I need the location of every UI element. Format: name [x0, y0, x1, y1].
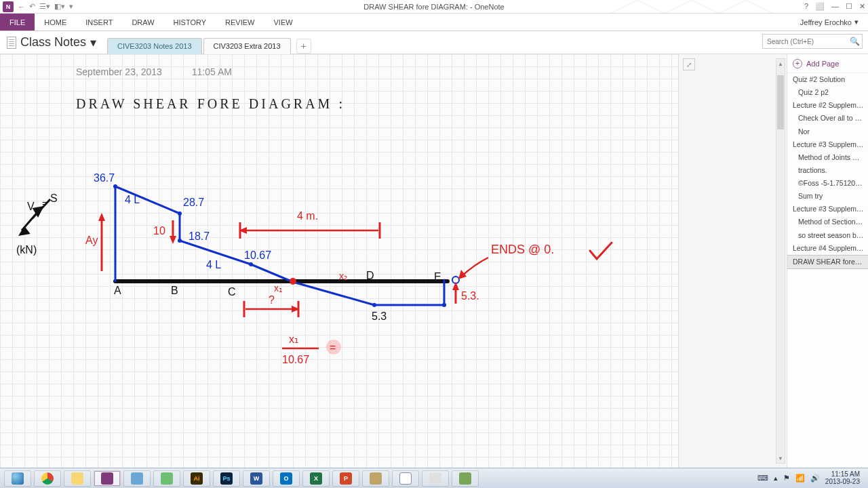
ribbon-tab-review[interactable]: REVIEW: [216, 14, 264, 30]
taskbar-excel[interactable]: X: [302, 470, 330, 487]
taskbar-app-4[interactable]: [392, 470, 419, 487]
taskbar-powerpoint[interactable]: P: [332, 470, 359, 487]
canvas-margin: ⤢ ▲ ▼: [678, 54, 787, 468]
plus-icon: +: [793, 59, 802, 68]
page-list-item[interactable]: DRAW SHEAR fore DIAG: [787, 255, 868, 269]
svg-point-0: [113, 184, 117, 188]
page-canvas[interactable]: September 23, 2013 11:05 AM DRAW SHEAR F…: [0, 54, 678, 468]
svg-text:28.7: 28.7: [183, 197, 204, 208]
app-icon[interactable]: N: [3, 1, 14, 12]
tray-volume-icon[interactable]: 🔊: [810, 474, 820, 483]
taskbar-onenote[interactable]: [94, 470, 121, 487]
ribbon-tab-home[interactable]: HOME: [35, 14, 76, 30]
fullscreen-icon[interactable]: ⬜: [815, 2, 825, 11]
close-icon[interactable]: ✕: [859, 2, 865, 11]
tray-chevron-icon[interactable]: ▴: [774, 474, 778, 483]
ink-drawing: (kN) V = S A B C D E 5.3 36.7 28.7 18.7 …: [0, 54, 678, 434]
svg-text:=: =: [330, 342, 336, 353]
svg-text:V: V: [27, 201, 35, 212]
tray-clock[interactable]: 11:15 AM2013-09-23: [825, 471, 860, 485]
page-list-item[interactable]: Method of Sections Ex: [787, 216, 868, 228]
page-list-item[interactable]: tractions.: [787, 164, 868, 177]
tray-network-icon[interactable]: 📶: [795, 474, 805, 483]
svg-text:10.67: 10.67: [244, 249, 271, 261]
qat-customize-icon[interactable]: ▾: [69, 2, 73, 11]
file-tab[interactable]: FILE: [0, 14, 35, 30]
taskbar-app-1[interactable]: [123, 470, 151, 487]
search-input[interactable]: [762, 34, 863, 49]
main-area: September 23, 2013 11:05 AM DRAW SHEAR F…: [0, 54, 868, 468]
svg-text:=: =: [42, 198, 47, 208]
section-tab-active[interactable]: CIV3203 Extra 2013: [203, 38, 291, 54]
taskbar-app-5[interactable]: [422, 470, 449, 487]
page-list-item[interactable]: Quiz #2 Solution: [787, 73, 868, 86]
ribbon-tab-draw[interactable]: DRAW: [122, 14, 163, 30]
scroll-up-icon[interactable]: ▲: [777, 59, 784, 68]
ribbon-tab-insert[interactable]: INSERT: [76, 14, 122, 30]
taskbar-app-3[interactable]: [362, 470, 389, 487]
taskbar-explorer[interactable]: [64, 470, 91, 487]
tray-keyboard-icon[interactable]: ⌨: [757, 474, 768, 483]
page-list-item[interactable]: Sum try: [787, 190, 868, 203]
minimize-icon[interactable]: —: [831, 2, 839, 11]
back-icon[interactable]: ←: [18, 3, 25, 11]
taskbar[interactable]: Ai Ps W O X P ⌨ ▴ ⚑ 📶 🔊 11:15 AM2013-09-…: [0, 468, 868, 488]
svg-text:4 m.: 4 m.: [297, 210, 318, 222]
tray-action-icon[interactable]: ⚑: [783, 474, 790, 483]
taskbar-photoshop[interactable]: Ps: [213, 470, 240, 487]
page-list-item[interactable]: Lecture #2 Supplemental: [787, 99, 868, 112]
page-list-item[interactable]: Nor: [787, 125, 868, 138]
page-list-item[interactable]: Quiz 2 p2: [787, 86, 868, 99]
window-title: DRAW SHEAR fore DIAGRAM: - OneNote: [363, 3, 504, 11]
vertical-scrollbar[interactable]: ▲ ▼: [776, 58, 785, 464]
notebook-selector[interactable]: Class Notes ▾: [7, 35, 107, 50]
touch-mode-icon[interactable]: ☰▾: [39, 2, 50, 11]
notebook-name: Class Notes: [20, 35, 86, 49]
svg-point-9: [290, 278, 296, 285]
window-controls: ? ⬜ — ☐ ✕: [804, 2, 865, 11]
scroll-thumb[interactable]: [777, 75, 784, 129]
svg-text:x₁: x₁: [274, 283, 283, 293]
system-tray[interactable]: ⌨ ▴ ⚑ 📶 🔊 11:15 AM2013-09-23: [757, 471, 864, 485]
dock-icon[interactable]: ◧▾: [54, 2, 65, 11]
page-list-item[interactable]: so street season b-6 B: [787, 229, 868, 242]
chevron-down-icon: ▾: [90, 35, 96, 50]
page-list-item[interactable]: Method of Joints Exa: [787, 151, 868, 164]
svg-point-3: [249, 262, 253, 266]
scroll-down-icon[interactable]: ▼: [777, 453, 784, 463]
svg-text:ENDS  @  0.: ENDS @ 0.: [491, 243, 554, 256]
taskbar-chrome[interactable]: [34, 470, 61, 487]
add-section-button[interactable]: +: [296, 39, 311, 54]
notebook-icon: [7, 37, 16, 49]
maximize-icon[interactable]: ☐: [846, 2, 852, 11]
svg-text:D: D: [366, 270, 374, 281]
fullpage-toggle-icon[interactable]: ⤢: [683, 58, 695, 70]
help-icon[interactable]: ?: [804, 2, 808, 11]
undo-icon[interactable]: ↶: [29, 2, 35, 11]
section-tab[interactable]: CIVE3203 Notes 2013: [107, 38, 201, 54]
user-signin[interactable]: Jeffrey Erochko▾: [791, 14, 868, 30]
svg-text:x₁: x₁: [289, 333, 298, 345]
svg-text:C: C: [228, 286, 236, 298]
svg-text:10: 10: [153, 225, 165, 237]
quick-access-toolbar: N ← ↶ ☰▾ ◧▾ ▾: [0, 1, 73, 12]
ribbon-tab-view[interactable]: VIEW: [264, 14, 302, 30]
add-page-button[interactable]: + Add Page: [787, 54, 868, 73]
svg-point-4: [372, 303, 376, 307]
svg-point-5: [442, 303, 446, 307]
taskbar-word[interactable]: W: [243, 470, 270, 487]
svg-text:(kN): (kN): [16, 244, 37, 256]
taskbar-app-2[interactable]: [153, 470, 180, 487]
taskbar-outlook[interactable]: O: [273, 470, 300, 487]
start-button[interactable]: [4, 470, 31, 487]
page-list-item[interactable]: Check Over all to v "B: [787, 112, 868, 125]
ribbon-tab-history[interactable]: HISTORY: [164, 14, 216, 30]
search-icon[interactable]: 🔍: [850, 37, 860, 46]
taskbar-illustrator[interactable]: Ai: [183, 470, 210, 487]
taskbar-app-6[interactable]: [452, 470, 479, 487]
svg-text:18.7: 18.7: [189, 230, 210, 242]
page-list-item[interactable]: Lecture #3 Supplemental: [787, 203, 868, 216]
page-list-item[interactable]: Lecture #4 Supplemental: [787, 242, 868, 255]
page-list-item[interactable]: Lecture #3 Supplemental: [787, 138, 868, 151]
page-list-item[interactable]: ©Foss -5-1.751205310: [787, 177, 868, 190]
